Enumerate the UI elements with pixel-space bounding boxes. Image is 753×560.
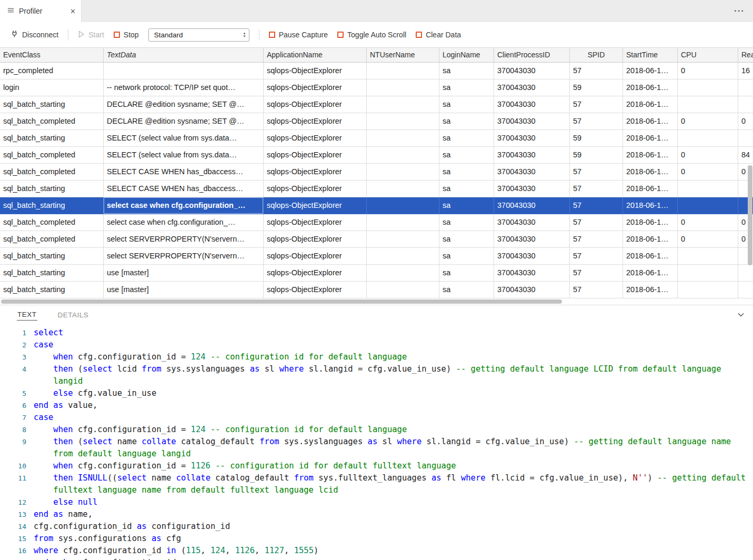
grid-cell[interactable]: 59 <box>570 130 623 147</box>
grid-cell[interactable]: DECLARE @edition sysname; SET @… <box>104 96 264 113</box>
grid-cell[interactable]: sql_batch_starting <box>0 96 104 113</box>
grid-cell[interactable]: 0 <box>678 231 738 248</box>
grid-row[interactable]: sql_batch_startinguse [master]sqlops-Obj… <box>0 265 753 282</box>
column-header-loginname[interactable]: LoginName <box>439 48 494 63</box>
grid-cell[interactable]: sa <box>439 130 494 147</box>
grid-cell[interactable]: 0 <box>678 113 738 130</box>
grid-cell[interactable]: 2018-06-1… <box>623 113 678 130</box>
clear-data-button[interactable]: Clear Data <box>416 31 461 39</box>
grid-cell[interactable] <box>367 282 439 298</box>
close-icon[interactable]: ✕ <box>70 7 76 15</box>
grid-cell[interactable]: 57 <box>570 164 623 181</box>
grid-cell[interactable]: 84 <box>738 147 753 164</box>
grid-cell[interactable]: 2018-06-1… <box>623 181 678 197</box>
grid-cell[interactable]: 16 <box>738 63 753 79</box>
grid-cell[interactable]: sql_batch_completed <box>0 164 104 181</box>
horizontal-scrollbar[interactable] <box>1 299 562 304</box>
grid-row[interactable]: sql_batch_startingDECLARE @edition sysna… <box>0 96 753 113</box>
grid-cell[interactable]: sql_batch_completed <box>0 231 104 248</box>
grid-cell[interactable] <box>738 130 753 147</box>
grid-cell[interactable]: SELECT (select value from sys.data… <box>104 130 264 147</box>
vertical-scrollbar[interactable] <box>748 165 752 265</box>
grid-cell[interactable]: 57 <box>570 282 623 298</box>
column-header-eventclass[interactable]: EventClass <box>0 48 104 63</box>
grid-cell[interactable]: 57 <box>570 96 623 113</box>
grid-cell[interactable] <box>678 197 738 214</box>
grid-cell[interactable]: 370043030 <box>494 197 570 214</box>
grid-row[interactable]: login-- network protocol: TCP/IP set quo… <box>0 79 753 96</box>
grid-cell[interactable]: 59 <box>570 79 623 96</box>
grid-cell[interactable]: sql_batch_starting <box>0 197 104 214</box>
grid-cell[interactable]: sql_batch_starting <box>0 130 104 147</box>
grid-cell[interactable]: sqlops-ObjectExplorer <box>264 231 367 248</box>
grid-cell[interactable]: sqlops-ObjectExplorer <box>264 79 367 96</box>
grid-cell[interactable]: 2018-06-1… <box>623 248 678 265</box>
grid-cell[interactable]: 370043030 <box>494 96 570 113</box>
grid-row[interactable]: sql_batch_completedselect case when cfg.… <box>0 214 753 231</box>
grid-cell[interactable]: sqlops-ObjectExplorer <box>264 96 367 113</box>
grid-cell[interactable]: 2018-06-1… <box>623 79 678 96</box>
grid-cell[interactable]: sa <box>439 164 494 181</box>
grid-cell[interactable]: 2018-06-1… <box>623 164 678 181</box>
grid-cell[interactable]: select SERVERPROPERTY(N'servern… <box>104 231 264 248</box>
grid-cell[interactable]: sqlops-ObjectExplorer <box>264 164 367 181</box>
grid-cell[interactable]: sqlops-ObjectExplorer <box>264 265 367 282</box>
grid-cell[interactable] <box>738 96 753 113</box>
grid-row[interactable]: sql_batch_completedSELECT (select value … <box>0 147 753 164</box>
column-header-cpu[interactable]: CPU <box>678 48 738 63</box>
grid-cell[interactable]: 0 <box>678 214 738 231</box>
grid-cell[interactable]: select case when cfg.configuration_… <box>104 197 264 214</box>
tab-text[interactable]: TEXT <box>17 309 37 321</box>
grid-cell[interactable] <box>367 130 439 147</box>
grid-cell[interactable]: sa <box>439 113 494 130</box>
session-view-select[interactable]: Standard ▲▼ <box>148 28 249 42</box>
grid-row[interactable]: sql_batch_startinguse [master]sqlops-Obj… <box>0 282 753 298</box>
grid-cell[interactable]: 0 <box>678 147 738 164</box>
grid-cell[interactable]: sqlops-ObjectExplorer <box>264 248 367 265</box>
start-button[interactable]: Start <box>78 31 104 39</box>
grid-cell[interactable]: 2018-06-1… <box>623 147 678 164</box>
grid-row[interactable]: sql_batch_startingSELECT (select value f… <box>0 130 753 147</box>
grid-cell[interactable]: sa <box>439 282 494 298</box>
grid-cell[interactable]: 370043030 <box>494 214 570 231</box>
grid-cell[interactable]: 370043030 <box>494 248 570 265</box>
grid-row[interactable]: sql_batch_completedDECLARE @edition sysn… <box>0 113 753 130</box>
grid-cell[interactable] <box>367 63 439 79</box>
grid-cell[interactable]: use [master] <box>104 282 264 298</box>
column-header-clientprocessid[interactable]: ClientProcessID <box>494 48 570 63</box>
grid-cell[interactable]: sqlops-ObjectExplorer <box>264 282 367 298</box>
grid-cell[interactable]: 0 <box>678 63 738 79</box>
grid-cell[interactable] <box>678 282 738 298</box>
grid-cell[interactable]: sa <box>439 181 494 197</box>
grid-cell[interactable]: 370043030 <box>494 231 570 248</box>
grid-cell[interactable]: 2018-06-1… <box>623 231 678 248</box>
tab-profiler[interactable]: Profiler ✕ <box>0 0 82 22</box>
grid-row[interactable]: sql_batch_startingselect case when cfg.c… <box>0 197 753 214</box>
grid-cell[interactable] <box>738 282 753 298</box>
chevron-down-icon[interactable] <box>736 310 746 319</box>
column-header-ntusername[interactable]: NTUserName <box>367 48 439 63</box>
grid-cell[interactable]: sqlops-ObjectExplorer <box>264 147 367 164</box>
grid-cell[interactable]: sa <box>439 214 494 231</box>
grid-cell[interactable]: rpc_completed <box>0 63 104 79</box>
grid-cell[interactable] <box>678 79 738 96</box>
grid-cell[interactable] <box>678 181 738 197</box>
grid-row[interactable]: sql_batch_startingSELECT CASE WHEN has_d… <box>0 181 753 197</box>
grid-row[interactable]: sql_batch_completedSELECT CASE WHEN has_… <box>0 164 753 181</box>
grid-cell[interactable] <box>367 164 439 181</box>
grid-cell[interactable]: sa <box>439 79 494 96</box>
column-header-textdata[interactable]: TextData <box>104 48 264 63</box>
grid-cell[interactable]: select SERVERPROPERTY(N'servern… <box>104 248 264 265</box>
grid-cell[interactable]: sqlops-ObjectExplorer <box>264 181 367 197</box>
grid-cell[interactable]: 370043030 <box>494 181 570 197</box>
grid-cell[interactable] <box>738 265 753 282</box>
grid-cell[interactable]: 2018-06-1… <box>623 197 678 214</box>
grid-cell[interactable] <box>104 63 264 79</box>
grid-cell[interactable]: 57 <box>570 265 623 282</box>
grid-cell[interactable]: SELECT (select value from sys.data… <box>104 147 264 164</box>
grid-cell[interactable]: sa <box>439 147 494 164</box>
grid-cell[interactable]: 370043030 <box>494 130 570 147</box>
grid-cell[interactable]: 2018-06-1… <box>623 63 678 79</box>
grid-cell[interactable] <box>367 181 439 197</box>
grid-cell[interactable]: 370043030 <box>494 265 570 282</box>
